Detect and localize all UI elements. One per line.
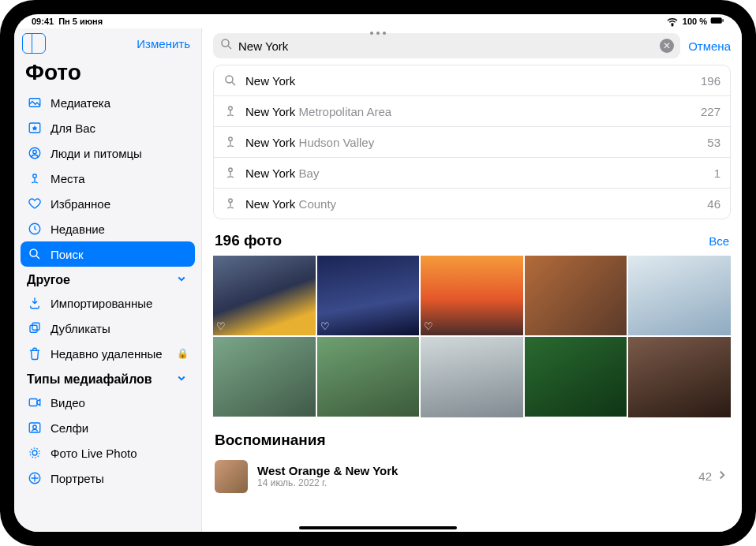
chevron-down-icon [174,371,189,388]
photo-thumb[interactable] [213,337,316,417]
home-indicator[interactable] [299,526,457,529]
sidebar-item-duplicates[interactable]: Дубликаты [21,316,195,341]
svg-rect-11 [32,323,39,330]
suggestions-list: New York 196 New York Metropolitan Area … [213,65,731,219]
photo-thumb[interactable] [525,337,627,417]
device-frame: 09:41 Пн 5 июня 100 % Изменить Фото [0,0,756,546]
sidebar-toggle-icon[interactable] [22,33,46,54]
sidebar-item-label: Места [51,172,85,185]
section-types[interactable]: Типы медиафайлов [21,366,195,390]
photo-thumb[interactable]: ♡ [421,256,523,335]
photo-thumb[interactable] [525,256,627,335]
svg-point-23 [229,199,233,203]
suggestion-text: New York Metropolitan Area [245,105,693,118]
suggestion-row[interactable]: New York Metropolitan Area 227 [214,96,730,127]
section-other[interactable]: Другое [21,267,195,290]
suggestion-count: 53 [707,136,720,149]
cancel-button[interactable]: Отмена [688,39,731,53]
sidebar-item-selfies[interactable]: Селфи [21,415,195,440]
suggestion-row[interactable]: New York County 46 [214,189,730,219]
photo-thumb[interactable]: ♡ [213,256,316,335]
sidebar-item-favorites[interactable]: Избранное [21,191,195,216]
sidebar-item-label: Избранное [51,197,110,211]
search-icon [223,73,238,88]
svg-point-16 [30,448,39,458]
sidebar-item-label: Медиатека [51,96,110,110]
svg-point-9 [30,249,37,256]
heart-icon [27,196,43,211]
svg-point-15 [32,451,37,455]
suggestion-row[interactable]: New York Bay 1 [214,158,730,189]
sidebar-item-foryou[interactable]: Для Вас [21,115,195,140]
photo-thumb[interactable] [317,337,420,417]
main: ✕ Отмена New York 196 New York Metropoli… [202,28,742,532]
results-title: 196 фото [215,232,282,249]
library-icon [27,95,43,110]
pin-icon [223,104,238,118]
photo-thumb[interactable] [628,256,731,335]
svg-point-6 [33,150,37,154]
sidebar-item-label: Видео [51,396,85,410]
sidebar-item-label: Для Вас [51,122,95,135]
sidebar-item-label: Люди и питомцы [51,147,142,160]
photo-thumb[interactable] [628,337,731,417]
sidebar-item-label: Дубликаты [51,322,110,335]
sidebar-item-portraits[interactable]: Портреты [21,466,195,491]
sidebar-item-deleted[interactable]: Недавно удаленные 🔒 [21,341,195,366]
portrait-icon [27,470,43,486]
pin-icon [223,166,238,180]
svg-point-20 [229,107,233,110]
sidebar-item-videos[interactable]: Видео [21,390,195,415]
memory-count: 42 [698,468,729,484]
suggestion-text: New York Hudson Valley [245,136,699,149]
person-icon [27,145,43,161]
svg-point-19 [226,76,233,83]
suggestion-text: New York County [245,197,699,211]
svg-point-14 [33,425,37,429]
wifi-icon [665,14,679,29]
clock-icon [27,221,43,237]
status-time: 09:41 [32,17,54,26]
sidebar-item-label: Селфи [51,421,88,435]
sidebar-item-places[interactable]: Места [21,166,195,191]
memories-title: Воспоминания [215,432,729,449]
svg-point-0 [672,24,673,26]
sidebar-item-search[interactable]: Поиск [21,241,195,267]
sidebar-item-imported[interactable]: Импортированные [21,290,195,316]
edit-button[interactable]: Изменить [137,37,190,50]
svg-point-21 [229,137,233,141]
suggestion-row[interactable]: New York Hudson Valley 53 [214,127,730,158]
photo-grid: ♡♡♡ [213,256,731,417]
see-all-button[interactable]: Все [709,234,729,248]
memory-thumb [215,460,248,493]
svg-rect-10 [30,325,37,332]
memory-title: West Orange & New York [257,464,689,477]
trash-icon [27,346,43,361]
favorite-icon: ♡ [320,320,330,332]
svg-rect-13 [29,423,40,432]
sidebar-item-label: Поиск [51,248,84,261]
photo-thumb[interactable]: ♡ [317,256,420,335]
search-input[interactable] [238,39,655,53]
sidebar-item-label: Фото Live Photo [51,447,137,460]
memory-row[interactable]: West Orange & New York 14 июль. 2022 г. … [213,454,731,499]
multitask-icon[interactable] [370,32,386,35]
suggestion-count: 227 [701,105,720,118]
app-title: Фото [14,57,201,90]
svg-point-18 [222,39,229,47]
search-field[interactable]: ✕ [213,33,680,58]
clear-icon[interactable]: ✕ [660,39,674,53]
foryou-icon [27,120,43,136]
pin-icon [27,170,43,186]
pin-icon [223,135,238,149]
photo-thumb[interactable] [421,337,523,417]
suggestion-row[interactable]: New York 196 [214,65,730,96]
favorite-icon: ♡ [424,320,433,332]
battery-icon [710,14,724,29]
sidebar-item-library[interactable]: Медиатека [21,90,195,115]
sidebar-item-livephoto[interactable]: Фото Live Photo [21,440,195,466]
sidebar-item-recents[interactable]: Недавние [21,216,195,241]
sidebar: Изменить Фото Медиатека Для Вас Люди и п… [14,28,202,532]
screen: 09:41 Пн 5 июня 100 % Изменить Фото [14,14,742,532]
sidebar-item-people[interactable]: Люди и питомцы [21,140,195,166]
